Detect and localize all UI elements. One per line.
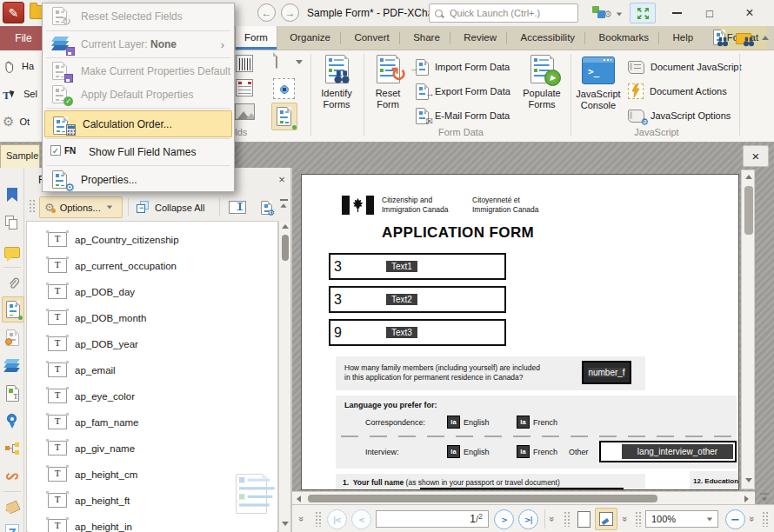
next-page-button[interactable]: > [494, 509, 514, 529]
last-page-button[interactable]: >| [518, 509, 538, 529]
structure-tree-panel-button[interactable] [2, 437, 23, 460]
highlight-fields-button[interactable] [271, 103, 297, 130]
list-item[interactable]: Tap_giv_name [28, 436, 277, 461]
tab-organize[interactable]: Organize [281, 26, 339, 50]
overflow-chevron-icon[interactable]: » [547, 516, 557, 522]
document-horizontal-scrollbar[interactable] [292, 491, 755, 504]
list-item[interactable]: Tap_Country_citizenship [28, 227, 277, 252]
clipped-form-field[interactable] [420, 488, 624, 490]
previous-page-button[interactable]: < [351, 509, 371, 529]
layers-panel-button[interactable] [2, 354, 23, 376]
thumbnails-panel-button[interactable] [2, 211, 23, 234]
toolbar-drag-handle[interactable] [315, 511, 322, 527]
file-button[interactable]: File [0, 26, 47, 50]
date-field-icon[interactable] [236, 79, 253, 96]
document-tab-sample[interactable]: Sample [0, 144, 40, 168]
tags-panel-button[interactable] [2, 496, 23, 519]
family-count-field[interactable]: number_f [582, 361, 631, 384]
single-page-view-button[interactable] [574, 509, 593, 530]
selection-visibility-icon[interactable] [273, 78, 295, 99]
list-item[interactable]: Tap_DOB_year [28, 331, 277, 356]
attachments-panel-button[interactable] [2, 272, 23, 295]
find-in-folder-button[interactable] [736, 30, 757, 48]
list-item[interactable]: Tap_fam_name [28, 409, 277, 435]
javascript-options-button[interactable]: ⚙ JavaScript Options [628, 104, 731, 127]
ui-options-button[interactable]: ⚙ [592, 4, 622, 22]
page-number-input[interactable]: 1 / 2 [376, 510, 489, 528]
overflow-chevron-icon[interactable]: » [747, 516, 757, 522]
scroll-down-arrow[interactable] [282, 522, 289, 526]
quick-launch-input[interactable]: Quick Launch (Ctrl+.) [429, 3, 578, 23]
barcode-field-icon[interactable] [236, 55, 253, 72]
overflow-chevron-icon[interactable]: » [620, 516, 631, 522]
checkbox-field[interactable]: la [517, 445, 530, 458]
import-form-data-button[interactable]: → Import Form Data [416, 56, 510, 78]
tab-share[interactable]: Share [404, 26, 449, 50]
toolbar-drag-handle[interactable] [564, 511, 570, 527]
collapse-ribbon-icon[interactable] [762, 36, 769, 40]
comments-panel-button[interactable] [2, 241, 23, 263]
maximize-button[interactable]: □ [696, 0, 724, 26]
toolbar-drag-handle[interactable] [635, 511, 642, 527]
pin-panel-icon[interactable] [280, 199, 289, 211]
close-window-button[interactable]: × [732, 0, 767, 26]
tab-review[interactable]: Review [455, 26, 505, 50]
close-panel-button[interactable]: × [275, 171, 289, 185]
document-actions-button[interactable]: Document Actions [628, 80, 727, 103]
nav-back-button[interactable]: ← [257, 3, 276, 22]
scroll-up-arrow[interactable] [282, 224, 289, 229]
form-field-tool-icon[interactable] [276, 52, 277, 69]
export-form-data-button[interactable]: → Export Form Data [416, 80, 510, 103]
document-javascript-button[interactable]: Document JavaScript [628, 56, 742, 78]
field-properties-button[interactable]: ⚙ [253, 196, 279, 218]
fullscreen-button[interactable] [630, 3, 656, 23]
zoom-out-button[interactable]: − [725, 509, 745, 529]
form-text-field[interactable]: 3 Text1 [329, 253, 506, 280]
close-document-button[interactable]: × [743, 145, 769, 167]
z-order-panel-button[interactable]: Z [2, 521, 23, 532]
interview-other-field[interactable]: lang_interview_other [599, 441, 737, 462]
menu-item-show-full-field-names[interactable]: ✓ FN Show Full Field Names [43, 141, 233, 163]
first-page-button[interactable]: |< [327, 509, 347, 529]
select-tool-button[interactable]: T Sel [3, 82, 41, 106]
tab-form[interactable]: Form [235, 26, 277, 50]
image-field-icon[interactable] [235, 103, 255, 120]
signatures-panel-button[interactable] [2, 326, 23, 349]
email-form-data-button[interactable]: ✉ E-Mail Form Data [416, 104, 510, 127]
identify-forms-button[interactable]: Identify Forms [312, 53, 361, 140]
checkbox-field[interactable]: la [447, 416, 460, 429]
chevron-down-icon[interactable] [296, 60, 303, 64]
scroll-down-arrow[interactable] [745, 478, 752, 482]
scrollbar-thumb[interactable] [744, 186, 753, 235]
scrollbar-thumb[interactable] [308, 495, 657, 502]
menu-item-properties[interactable]: ⚙ Properties... [43, 168, 233, 191]
list-item[interactable]: Tap_DOB_day [28, 279, 277, 304]
list-item[interactable]: Tap_eye_color [28, 383, 277, 409]
form-text-field[interactable]: 3 Text2 [329, 286, 506, 313]
fields-panel-button[interactable] [2, 296, 24, 323]
fields-list-scrollbar[interactable] [278, 221, 290, 532]
other-tools-button[interactable]: ⚙ Ot [3, 110, 41, 134]
checkbox-field[interactable]: la [517, 416, 530, 429]
scrollbar-thumb[interactable] [282, 235, 289, 261]
find-in-document-button[interactable] [713, 30, 731, 49]
document-vertical-scrollbar[interactable] [741, 170, 755, 489]
menu-item-calculation-order[interactable]: Calculation Order... [44, 110, 232, 137]
rename-field-button[interactable] [224, 196, 250, 218]
list-item[interactable]: Tap_DOB_month [28, 305, 277, 330]
nav-forward-button[interactable]: → [281, 3, 299, 22]
split-view-nub[interactable] [759, 492, 771, 503]
tab-bookmarks[interactable]: Bookmarks [591, 26, 658, 50]
tab-help[interactable]: Help [664, 26, 703, 50]
menu-item-current-layer[interactable]: Current Layer: None › [43, 33, 233, 56]
tab-accessibility[interactable]: Accessibility [511, 26, 584, 50]
content-panel-button[interactable]: T [2, 382, 23, 404]
destinations-panel-button[interactable] [2, 409, 23, 432]
collapse-all-button[interactable]: − Collapse All [133, 196, 208, 218]
app-logo-icon[interactable]: ✎ [3, 2, 24, 23]
form-text-field[interactable]: 9 Text3 [329, 319, 506, 346]
minimize-button[interactable] [663, 0, 691, 26]
list-item[interactable]: Tap_email [28, 357, 277, 382]
checkbox-field[interactable]: la [447, 445, 460, 458]
zoom-level-select[interactable]: 100% [645, 510, 718, 528]
